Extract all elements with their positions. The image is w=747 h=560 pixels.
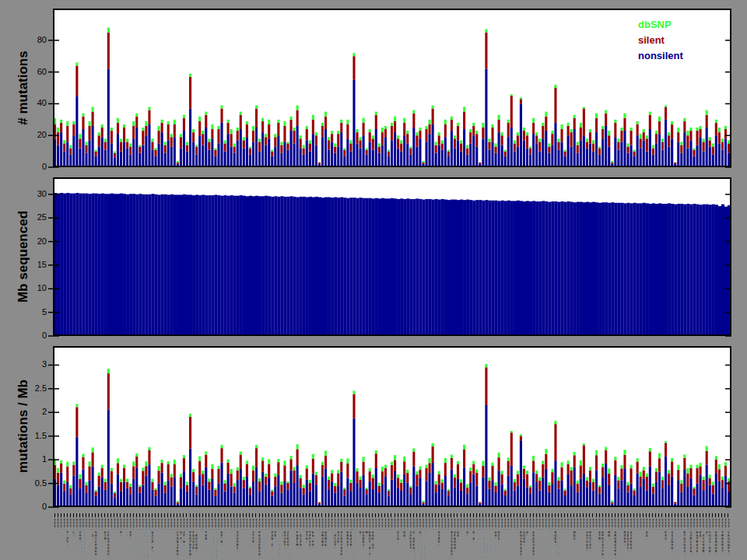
y-tick-label: 80: [0, 35, 47, 45]
x-tick-mark: [672, 513, 672, 517]
y-tick-label: 2.5: [0, 383, 47, 394]
x-tick-mark: [167, 513, 168, 517]
x-tick-mark: [687, 513, 688, 517]
y-tick-label: 3: [0, 359, 47, 369]
x-tick-mark: [306, 513, 307, 517]
x-tick-mark: [350, 513, 351, 517]
y-tick-label: 5: [0, 307, 47, 317]
y-tick-label: 1.5: [0, 431, 47, 441]
y-tick-label: 30: [0, 189, 47, 199]
y-tick-label: 20: [0, 130, 47, 140]
x-tick-mark: [492, 513, 493, 517]
x-tick-mark: [542, 513, 543, 517]
legend: dbSNPsilentnonsilent: [638, 17, 683, 64]
p2-chart-svg: [53, 346, 731, 507]
x-tick-mark: [413, 513, 414, 517]
x-tick-mark: [419, 513, 420, 517]
x-tick-mark: [510, 513, 511, 517]
x-tick-mark: [375, 513, 376, 517]
x-tick-mark: [690, 513, 691, 517]
x-tick-mark: [359, 513, 360, 517]
x-tick-mark: [363, 513, 363, 517]
x-tick-mark: [139, 513, 140, 517]
x-tick-mark: [637, 513, 637, 517]
x-tick-mark: [643, 513, 644, 517]
x-tick-mark: [681, 513, 682, 517]
x-tick-mark: [290, 513, 291, 517]
x-tick-mark: [293, 513, 294, 517]
x-tick-mark: [652, 513, 653, 517]
y-tick-label: 25: [0, 212, 47, 222]
x-tick-mark: [344, 513, 345, 517]
x-tick-mark: [665, 513, 666, 517]
x-tick-mark: [130, 513, 131, 517]
y-tick-label: 1: [0, 454, 47, 464]
x-tick-mark: [338, 513, 338, 517]
sample-label: III-VKGUWP1-G67GX: [727, 518, 730, 560]
x-tick-mark: [221, 513, 222, 517]
x-tick-mark: [303, 513, 303, 517]
x-tick-mark: [281, 513, 282, 517]
x-tick-mark: [404, 513, 405, 517]
x-tick-mark: [67, 513, 68, 517]
x-tick-mark: [205, 513, 206, 517]
x-tick-mark: [658, 513, 659, 517]
x-tick-mark: [146, 513, 146, 517]
x-tick-mark: [262, 513, 263, 517]
y-tick-label: 0.5: [0, 478, 47, 488]
y-axis-label-mutations-text: # mutations: [16, 51, 31, 124]
legend-item-nonsilent: nonsilent: [638, 48, 683, 64]
x-tick-mark: [193, 513, 194, 517]
x-tick-mark: [353, 513, 354, 517]
x-tick-mark: [321, 513, 322, 517]
x-tick-mark: [489, 513, 489, 517]
x-tick-mark: [158, 513, 159, 517]
x-tick-mark: [215, 513, 216, 517]
x-tick-mark: [675, 513, 675, 517]
x-tick-mark: [284, 513, 285, 517]
x-tick-mark: [715, 513, 716, 517]
x-tick-mark: [227, 513, 228, 517]
x-tick-mark: [114, 513, 114, 517]
x-tick-mark: [718, 513, 719, 517]
x-tick-mark: [473, 513, 474, 517]
x-tick-mark: [268, 513, 269, 517]
x-tick-mark: [444, 513, 445, 517]
x-tick-mark: [438, 513, 439, 517]
x-tick-mark: [549, 513, 549, 517]
x-tick-mark: [381, 513, 382, 517]
x-tick-mark: [432, 513, 433, 517]
x-tick-mark: [110, 513, 111, 517]
x-tick-mark: [567, 513, 568, 517]
x-tick-mark: [183, 513, 184, 517]
x-tick-mark: [287, 513, 288, 517]
x-tick-mark: [451, 513, 451, 517]
x-tick-mark: [520, 513, 521, 517]
x-tick-mark: [312, 513, 313, 517]
x-tick-mark: [479, 513, 480, 517]
x-tick-mark: [347, 513, 348, 517]
x-tick-mark: [318, 513, 319, 517]
x-tick-mark: [356, 513, 357, 517]
x-tick-mark: [624, 513, 625, 517]
x-tick-mark: [278, 513, 279, 517]
x-tick-mark: [706, 513, 707, 517]
y-tick-label: 20: [0, 236, 47, 247]
x-tick-mark: [589, 513, 590, 517]
x-tick-mark: [523, 513, 524, 517]
x-tick-mark: [54, 513, 55, 517]
x-tick-mark: [372, 513, 373, 517]
x-tick-mark: [461, 513, 461, 517]
x-tick-mark: [58, 513, 58, 517]
x-tick-mark: [592, 513, 593, 517]
x-tick-mark: [328, 513, 329, 517]
x-tick-mark: [237, 513, 237, 517]
x-tick-mark: [410, 513, 411, 517]
x-tick-mark: [70, 513, 71, 517]
x-tick-mark: [501, 513, 502, 517]
x-tick-mark: [209, 513, 209, 517]
x-tick-mark: [142, 513, 143, 517]
x-tick-mark: [61, 513, 61, 517]
x-tick-mark: [101, 513, 102, 517]
x-tick-mark: [391, 513, 391, 517]
